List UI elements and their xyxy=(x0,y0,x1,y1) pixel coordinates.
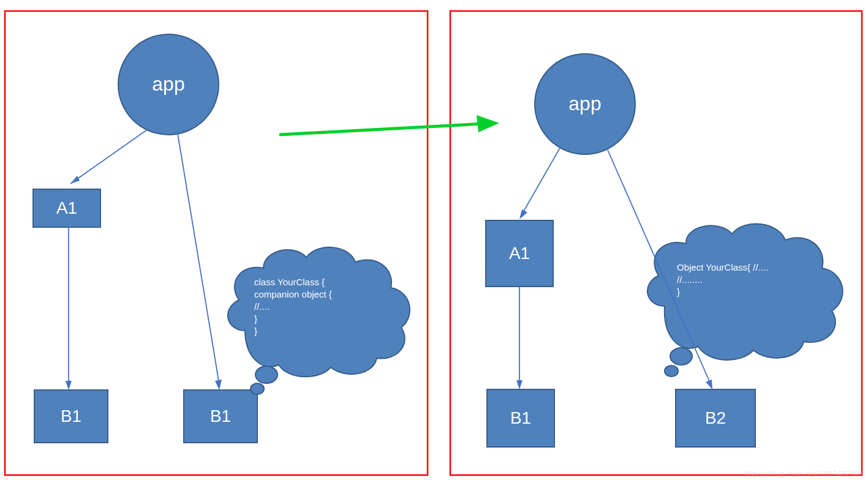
left-cloud-line-2: //.... xyxy=(254,301,270,312)
svg-point-0 xyxy=(255,366,277,383)
svg-marker-7 xyxy=(215,380,222,390)
left-cloud-line-1: companion object { xyxy=(254,289,332,299)
svg-point-9 xyxy=(665,366,678,377)
svg-point-1 xyxy=(251,383,264,394)
right-cloud-line-0: Object YourClass{ //.... xyxy=(677,262,768,272)
svg-point-8 xyxy=(670,348,692,365)
right-b2-label: B2 xyxy=(705,408,726,427)
transition-arrow-icon xyxy=(279,115,499,135)
svg-line-16 xyxy=(279,124,484,135)
svg-line-2 xyxy=(70,130,147,184)
svg-line-6 xyxy=(178,133,219,384)
svg-marker-15 xyxy=(706,380,712,389)
svg-marker-17 xyxy=(477,115,499,132)
right-app-label: app xyxy=(568,92,601,114)
right-b1-label: B1 xyxy=(510,408,531,427)
left-edge-a1-to-b1a xyxy=(66,227,72,390)
left-b1b-label: B1 xyxy=(210,407,231,426)
left-app-label: app xyxy=(152,73,184,95)
svg-marker-5 xyxy=(66,381,72,390)
left-a1-label: A1 xyxy=(56,198,77,217)
left-b1a-label: B1 xyxy=(61,407,81,426)
left-cloud-line-4: } xyxy=(254,326,257,336)
svg-line-10 xyxy=(522,147,560,214)
svg-marker-13 xyxy=(516,380,523,389)
left-edge-app-to-a1 xyxy=(70,130,147,184)
right-edge-a1-to-b1 xyxy=(516,287,523,389)
left-edge-app-to-b1b xyxy=(178,133,222,390)
right-cloud: Object YourClass{ //.... //........ } xyxy=(647,224,843,377)
left-cloud: class YourClass { companion object { //.… xyxy=(228,247,410,394)
svg-marker-3 xyxy=(70,176,80,184)
left-cloud-line-0: class YourClass { xyxy=(254,277,325,287)
left-cloud-line-3: } xyxy=(254,313,257,324)
right-edge-app-to-a1 xyxy=(519,147,560,219)
right-cloud-line-1: //........ xyxy=(677,274,703,285)
right-a1-label: A1 xyxy=(509,244,530,263)
right-cloud-line-2: } xyxy=(677,287,680,297)
svg-marker-11 xyxy=(519,209,527,219)
watermark-text: https://blog.csdn.net/A991492801 xyxy=(745,469,864,478)
